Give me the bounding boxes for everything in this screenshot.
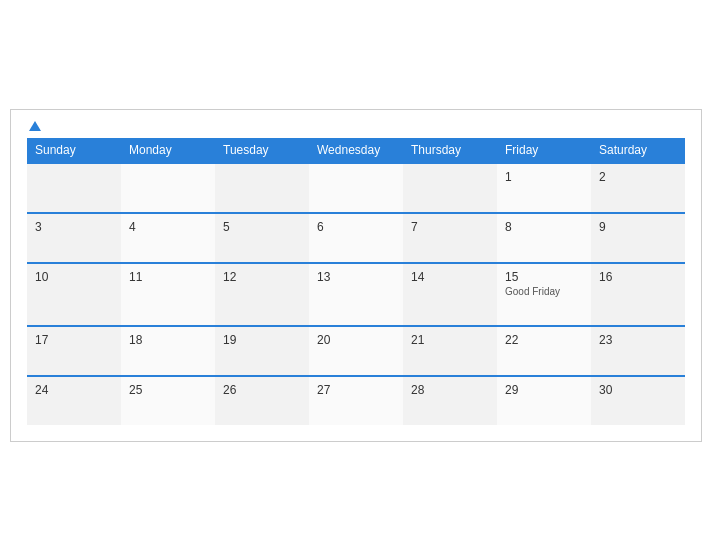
calendar-cell: 17 (27, 326, 121, 376)
date-number: 15 (505, 270, 583, 284)
calendar-cell: 30 (591, 376, 685, 425)
date-number: 26 (223, 383, 301, 397)
date-number: 27 (317, 383, 395, 397)
calendar-cell: 29 (497, 376, 591, 425)
calendar-cell (309, 163, 403, 213)
date-number: 10 (35, 270, 113, 284)
holiday-label: Good Friday (505, 286, 583, 297)
date-number: 28 (411, 383, 489, 397)
date-number: 25 (129, 383, 207, 397)
day-header-row: SundayMondayTuesdayWednesdayThursdayFrid… (27, 138, 685, 163)
date-number: 16 (599, 270, 677, 284)
calendar-cell: 25 (121, 376, 215, 425)
calendar-cell: 19 (215, 326, 309, 376)
date-number: 11 (129, 270, 207, 284)
calendar-cell: 27 (309, 376, 403, 425)
calendar-cell: 16 (591, 263, 685, 326)
calendar-cell (215, 163, 309, 213)
calendar-cell: 5 (215, 213, 309, 263)
week-row-5: 24252627282930 (27, 376, 685, 425)
date-number: 6 (317, 220, 395, 234)
calendar-cell: 24 (27, 376, 121, 425)
week-row-3: 101112131415Good Friday16 (27, 263, 685, 326)
calendar-cell: 11 (121, 263, 215, 326)
week-row-2: 3456789 (27, 213, 685, 263)
date-number: 8 (505, 220, 583, 234)
date-number: 3 (35, 220, 113, 234)
date-number: 22 (505, 333, 583, 347)
date-number: 1 (505, 170, 583, 184)
calendar-cell (121, 163, 215, 213)
date-number: 14 (411, 270, 489, 284)
date-number: 13 (317, 270, 395, 284)
calendar-cell: 2 (591, 163, 685, 213)
calendar-cell: 18 (121, 326, 215, 376)
date-number: 5 (223, 220, 301, 234)
calendar-cell: 22 (497, 326, 591, 376)
logo-triangle-icon (29, 121, 41, 131)
calendar-cell: 10 (27, 263, 121, 326)
day-header-monday: Monday (121, 138, 215, 163)
calendar-cell: 26 (215, 376, 309, 425)
date-number: 24 (35, 383, 113, 397)
calendar-cell: 7 (403, 213, 497, 263)
day-header-sunday: Sunday (27, 138, 121, 163)
date-number: 4 (129, 220, 207, 234)
date-number: 29 (505, 383, 583, 397)
calendar-cell: 1 (497, 163, 591, 213)
date-number: 17 (35, 333, 113, 347)
calendar-cell: 4 (121, 213, 215, 263)
date-number: 20 (317, 333, 395, 347)
logo (27, 121, 41, 131)
calendar-cell: 21 (403, 326, 497, 376)
week-row-1: 12 (27, 163, 685, 213)
week-row-4: 17181920212223 (27, 326, 685, 376)
calendar-cell: 15Good Friday (497, 263, 591, 326)
day-header-tuesday: Tuesday (215, 138, 309, 163)
date-number: 21 (411, 333, 489, 347)
calendar-container: SundayMondayTuesdayWednesdayThursdayFrid… (10, 109, 702, 442)
calendar-cell: 3 (27, 213, 121, 263)
calendar-cell: 20 (309, 326, 403, 376)
calendar-cell: 12 (215, 263, 309, 326)
day-header-friday: Friday (497, 138, 591, 163)
calendar-cell: 28 (403, 376, 497, 425)
calendar-cell: 9 (591, 213, 685, 263)
date-number: 9 (599, 220, 677, 234)
calendar-cell (403, 163, 497, 213)
day-header-saturday: Saturday (591, 138, 685, 163)
day-header-thursday: Thursday (403, 138, 497, 163)
date-number: 30 (599, 383, 677, 397)
calendar-cell: 6 (309, 213, 403, 263)
day-header-wednesday: Wednesday (309, 138, 403, 163)
date-number: 18 (129, 333, 207, 347)
calendar-cell: 13 (309, 263, 403, 326)
calendar-cell: 14 (403, 263, 497, 326)
date-number: 7 (411, 220, 489, 234)
date-number: 19 (223, 333, 301, 347)
calendar-cell (27, 163, 121, 213)
calendar-cell: 23 (591, 326, 685, 376)
calendar-grid: SundayMondayTuesdayWednesdayThursdayFrid… (27, 138, 685, 425)
calendar-cell: 8 (497, 213, 591, 263)
date-number: 12 (223, 270, 301, 284)
date-number: 2 (599, 170, 677, 184)
date-number: 23 (599, 333, 677, 347)
